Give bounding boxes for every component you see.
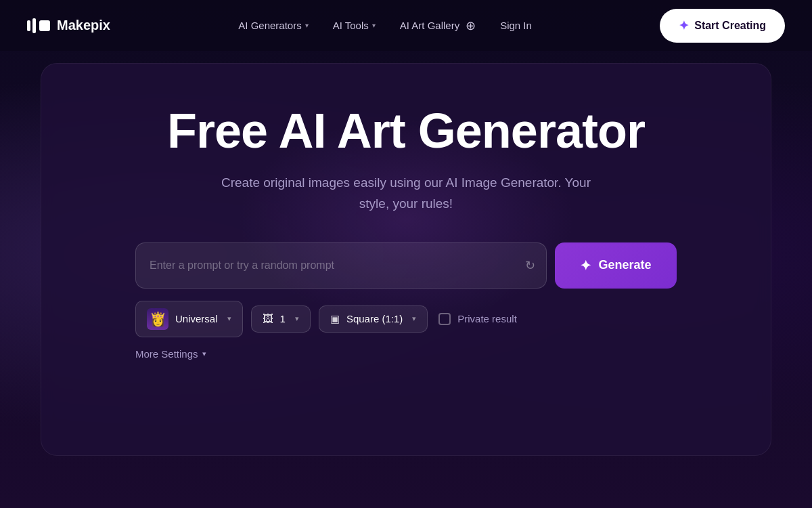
discord-icon: ⊕ bbox=[466, 18, 476, 33]
photo-icon: 🖼 bbox=[263, 313, 273, 325]
model-dropdown[interactable]: Universal ▾ bbox=[135, 301, 243, 337]
logo-icon bbox=[27, 18, 50, 33]
more-settings-label: More Settings bbox=[135, 348, 198, 360]
aspect-value: Square (1:1) bbox=[346, 313, 403, 324]
model-avatar bbox=[147, 308, 168, 330]
private-result-label: Private result bbox=[457, 313, 517, 324]
main-card: Free AI Art Generator Create original im… bbox=[41, 63, 771, 456]
count-dropdown[interactable]: 🖼 1 ▾ bbox=[251, 305, 311, 333]
controls-row: Universal ▾ 🖼 1 ▾ ▣ Square (1:1) ▾ Priva… bbox=[135, 301, 677, 337]
aspect-ratio-dropdown[interactable]: ▣ Square (1:1) ▾ bbox=[319, 305, 428, 333]
model-name: Universal bbox=[175, 313, 218, 324]
navbar: Makepix AI Generators ▾ AI Tools ▾ AI Ar… bbox=[0, 0, 812, 51]
sparkle-icon: ✦ bbox=[679, 18, 689, 33]
start-creating-button[interactable]: ✦ Start Creating bbox=[660, 9, 785, 43]
nav-link-ai-generators[interactable]: AI Generators ▾ bbox=[238, 20, 308, 31]
chevron-down-icon: ▾ bbox=[202, 350, 206, 358]
nav-links: AI Generators ▾ AI Tools ▾ AI Art Galler… bbox=[238, 18, 532, 33]
private-result-toggle[interactable]: Private result bbox=[438, 313, 517, 325]
chevron-down-icon: ▾ bbox=[305, 22, 309, 29]
chevron-down-icon: ▾ bbox=[295, 314, 299, 323]
more-settings[interactable]: More Settings ▾ bbox=[135, 348, 677, 360]
prompt-input[interactable] bbox=[136, 245, 514, 287]
logo[interactable]: Makepix bbox=[27, 18, 110, 33]
nav-link-ai-tools[interactable]: AI Tools ▾ bbox=[333, 20, 376, 31]
hero-title: Free AI Art Generator bbox=[167, 104, 645, 158]
refresh-icon[interactable]: ↻ bbox=[514, 258, 546, 273]
chevron-down-icon: ▾ bbox=[372, 22, 376, 29]
sign-in-link[interactable]: Sign In bbox=[500, 20, 532, 31]
sparkle-icon: ✦ bbox=[580, 257, 591, 274]
private-result-checkbox[interactable] bbox=[438, 313, 451, 325]
nav-link-ai-art-gallery[interactable]: AI Art Gallery ⊕ bbox=[400, 18, 476, 33]
prompt-input-wrapper: ↻ bbox=[135, 242, 547, 289]
logo-text: Makepix bbox=[57, 18, 110, 33]
prompt-area: ↻ ✦ Generate bbox=[135, 242, 677, 289]
aspect-ratio-icon: ▣ bbox=[330, 313, 340, 325]
generate-button[interactable]: ✦ Generate bbox=[555, 242, 677, 289]
count-value: 1 bbox=[280, 313, 286, 324]
chevron-down-icon: ▾ bbox=[227, 314, 231, 323]
hero-subtitle: Create original images easily using our … bbox=[217, 173, 595, 214]
chevron-down-icon: ▾ bbox=[412, 314, 416, 323]
